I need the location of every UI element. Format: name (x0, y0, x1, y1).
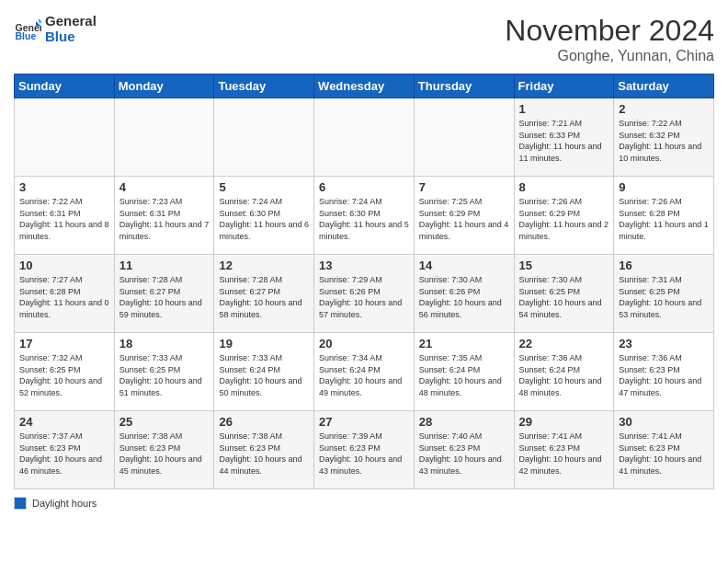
day-info: Sunrise: 7:37 AM Sunset: 6:23 PM Dayligh… (19, 431, 109, 477)
header-row: Sunday Monday Tuesday Wednesday Thursday… (15, 75, 714, 98)
day-cell (15, 98, 115, 177)
day-info: Sunrise: 7:23 AM Sunset: 6:31 PM Dayligh… (119, 196, 210, 242)
logo-text-line2: Blue (45, 29, 97, 45)
day-info: Sunrise: 7:29 AM Sunset: 6:26 PM Dayligh… (319, 274, 409, 320)
day-number: 12 (219, 259, 309, 272)
day-cell: 2Sunrise: 7:22 AM Sunset: 6:32 PM Daylig… (614, 98, 714, 177)
day-cell: 26Sunrise: 7:38 AM Sunset: 6:23 PM Dayli… (214, 411, 314, 489)
week-row-0: 1Sunrise: 7:21 AM Sunset: 6:33 PM Daylig… (15, 98, 714, 177)
day-info: Sunrise: 7:30 AM Sunset: 6:25 PM Dayligh… (519, 274, 609, 320)
week-row-3: 17Sunrise: 7:32 AM Sunset: 6:25 PM Dayli… (15, 333, 714, 411)
day-info: Sunrise: 7:38 AM Sunset: 6:23 PM Dayligh… (219, 431, 309, 477)
day-cell: 27Sunrise: 7:39 AM Sunset: 6:23 PM Dayli… (314, 411, 415, 489)
day-info: Sunrise: 7:36 AM Sunset: 6:23 PM Dayligh… (619, 352, 709, 398)
day-info: Sunrise: 7:30 AM Sunset: 6:26 PM Dayligh… (419, 274, 509, 320)
svg-text:Blue: Blue (16, 30, 37, 41)
day-cell: 21Sunrise: 7:35 AM Sunset: 6:24 PM Dayli… (414, 333, 514, 411)
col-saturday: Saturday (614, 75, 714, 98)
day-info: Sunrise: 7:27 AM Sunset: 6:28 PM Dayligh… (19, 274, 109, 320)
day-info: Sunrise: 7:26 AM Sunset: 6:28 PM Dayligh… (619, 196, 709, 242)
day-info: Sunrise: 7:41 AM Sunset: 6:23 PM Dayligh… (519, 431, 609, 477)
logo-text-line1: General (45, 14, 97, 29)
day-info: Sunrise: 7:33 AM Sunset: 6:24 PM Dayligh… (219, 352, 309, 398)
day-cell: 25Sunrise: 7:38 AM Sunset: 6:23 PM Dayli… (114, 411, 214, 489)
day-info: Sunrise: 7:35 AM Sunset: 6:24 PM Dayligh… (419, 352, 509, 398)
day-cell: 14Sunrise: 7:30 AM Sunset: 6:26 PM Dayli… (414, 255, 514, 333)
day-cell: 20Sunrise: 7:34 AM Sunset: 6:24 PM Dayli… (314, 333, 415, 411)
day-cell: 19Sunrise: 7:33 AM Sunset: 6:24 PM Dayli… (214, 333, 314, 411)
day-number: 18 (119, 337, 210, 350)
col-wednesday: Wednesday (314, 75, 415, 98)
day-info: Sunrise: 7:34 AM Sunset: 6:24 PM Dayligh… (319, 352, 409, 398)
day-number: 28 (419, 415, 509, 429)
day-number: 19 (219, 337, 309, 350)
day-number: 11 (119, 259, 210, 272)
day-number: 14 (419, 259, 509, 272)
day-info: Sunrise: 7:32 AM Sunset: 6:25 PM Dayligh… (19, 352, 109, 398)
day-cell: 28Sunrise: 7:40 AM Sunset: 6:23 PM Dayli… (414, 411, 514, 489)
logo: General Blue General Blue (14, 14, 97, 44)
day-cell: 10Sunrise: 7:27 AM Sunset: 6:28 PM Dayli… (15, 255, 115, 333)
day-number: 4 (119, 180, 210, 194)
day-info: Sunrise: 7:41 AM Sunset: 6:23 PM Dayligh… (619, 431, 709, 477)
week-row-2: 10Sunrise: 7:27 AM Sunset: 6:28 PM Dayli… (15, 255, 714, 333)
legend-label: Daylight hours (32, 498, 97, 509)
day-cell: 1Sunrise: 7:21 AM Sunset: 6:33 PM Daylig… (514, 98, 614, 177)
day-number: 29 (519, 415, 609, 429)
day-cell: 6Sunrise: 7:24 AM Sunset: 6:30 PM Daylig… (314, 177, 415, 255)
logo-icon: General Blue (14, 16, 41, 43)
calendar-title: November 2024 (505, 14, 714, 48)
day-cell (414, 98, 514, 177)
day-number: 3 (19, 180, 109, 194)
day-info: Sunrise: 7:28 AM Sunset: 6:27 PM Dayligh… (219, 274, 309, 320)
day-info: Sunrise: 7:28 AM Sunset: 6:27 PM Dayligh… (119, 274, 210, 320)
day-info: Sunrise: 7:26 AM Sunset: 6:29 PM Dayligh… (519, 196, 609, 242)
day-cell: 7Sunrise: 7:25 AM Sunset: 6:29 PM Daylig… (414, 177, 514, 255)
day-info: Sunrise: 7:31 AM Sunset: 6:25 PM Dayligh… (619, 274, 709, 320)
day-number: 16 (619, 259, 709, 272)
col-friday: Friday (514, 75, 614, 98)
title-block: November 2024 Gonghe, Yunnan, China (505, 14, 714, 64)
day-cell: 16Sunrise: 7:31 AM Sunset: 6:25 PM Dayli… (614, 255, 714, 333)
calendar-header: Sunday Monday Tuesday Wednesday Thursday… (15, 75, 714, 98)
day-cell: 8Sunrise: 7:26 AM Sunset: 6:29 PM Daylig… (514, 177, 614, 255)
week-row-4: 24Sunrise: 7:37 AM Sunset: 6:23 PM Dayli… (15, 411, 714, 489)
day-number: 2 (619, 102, 709, 116)
day-cell: 15Sunrise: 7:30 AM Sunset: 6:25 PM Dayli… (514, 255, 614, 333)
legend: Daylight hours (14, 497, 714, 510)
day-info: Sunrise: 7:36 AM Sunset: 6:24 PM Dayligh… (519, 352, 609, 398)
day-info: Sunrise: 7:39 AM Sunset: 6:23 PM Dayligh… (319, 431, 409, 477)
day-cell: 24Sunrise: 7:37 AM Sunset: 6:23 PM Dayli… (15, 411, 115, 489)
day-cell: 11Sunrise: 7:28 AM Sunset: 6:27 PM Dayli… (114, 255, 214, 333)
day-number: 21 (419, 337, 509, 350)
col-monday: Monday (114, 75, 214, 98)
day-number: 1 (519, 102, 609, 116)
day-info: Sunrise: 7:22 AM Sunset: 6:31 PM Dayligh… (19, 196, 109, 242)
day-info: Sunrise: 7:22 AM Sunset: 6:32 PM Dayligh… (619, 118, 709, 164)
day-info: Sunrise: 7:21 AM Sunset: 6:33 PM Dayligh… (519, 118, 609, 164)
calendar-body: 1Sunrise: 7:21 AM Sunset: 6:33 PM Daylig… (15, 98, 714, 489)
day-number: 13 (319, 259, 409, 272)
day-number: 20 (319, 337, 409, 350)
page-header: General Blue General Blue November 2024 … (14, 14, 714, 64)
col-thursday: Thursday (414, 75, 514, 98)
col-tuesday: Tuesday (214, 75, 314, 98)
day-number: 24 (19, 415, 109, 429)
day-number: 22 (519, 337, 609, 350)
week-row-1: 3Sunrise: 7:22 AM Sunset: 6:31 PM Daylig… (15, 177, 714, 255)
day-number: 5 (219, 180, 309, 194)
day-info: Sunrise: 7:24 AM Sunset: 6:30 PM Dayligh… (219, 196, 309, 242)
day-cell: 22Sunrise: 7:36 AM Sunset: 6:24 PM Dayli… (514, 333, 614, 411)
day-cell: 23Sunrise: 7:36 AM Sunset: 6:23 PM Dayli… (614, 333, 714, 411)
day-number: 15 (519, 259, 609, 272)
calendar-table: Sunday Monday Tuesday Wednesday Thursday… (14, 74, 714, 489)
day-cell (314, 98, 415, 177)
day-cell: 13Sunrise: 7:29 AM Sunset: 6:26 PM Dayli… (314, 255, 415, 333)
day-info: Sunrise: 7:33 AM Sunset: 6:25 PM Dayligh… (119, 352, 210, 398)
day-cell: 4Sunrise: 7:23 AM Sunset: 6:31 PM Daylig… (114, 177, 214, 255)
day-cell (214, 98, 314, 177)
day-cell: 17Sunrise: 7:32 AM Sunset: 6:25 PM Dayli… (15, 333, 115, 411)
day-number: 8 (519, 180, 609, 194)
day-number: 30 (619, 415, 709, 429)
day-cell: 30Sunrise: 7:41 AM Sunset: 6:23 PM Dayli… (614, 411, 714, 489)
